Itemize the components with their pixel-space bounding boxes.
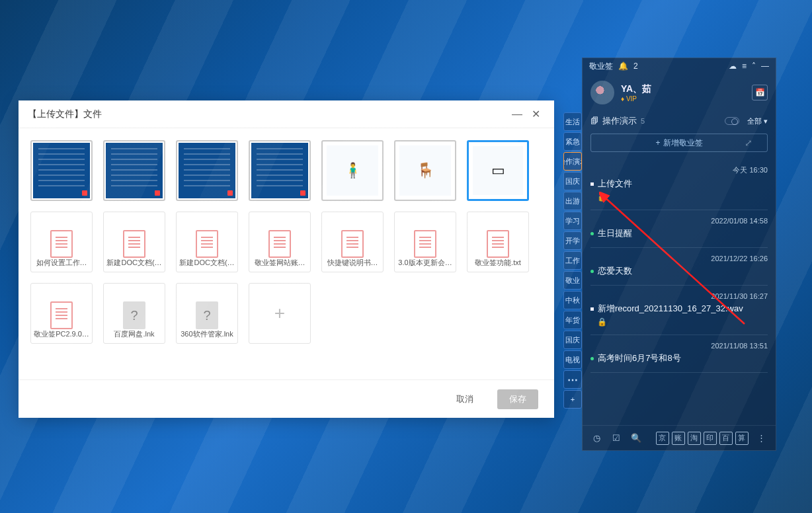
- username: YA、茹: [621, 83, 651, 95]
- category-tag[interactable]: 生活: [563, 112, 582, 131]
- add-note-label: 新增敬业签: [663, 138, 703, 149]
- plus-icon: +: [655, 138, 660, 147]
- file-label: 新建DOC文档(…: [179, 258, 235, 268]
- file-tile[interactable]: 敬业签网站账…: [249, 212, 311, 272]
- footer-shortcut[interactable]: 账: [672, 432, 685, 445]
- view-toggle[interactable]: [725, 117, 739, 125]
- note-title: 恋爱天数: [598, 265, 632, 277]
- footer-shortcut[interactable]: 京: [656, 432, 669, 445]
- save-button[interactable]: 保存: [497, 389, 538, 409]
- tag-add[interactable]: +: [563, 390, 582, 409]
- avatar[interactable]: [590, 81, 614, 104]
- section-count: 5: [641, 117, 645, 125]
- dialog-title: 【上传文件】文件: [28, 108, 508, 120]
- footer-shortcut[interactable]: 印: [704, 432, 717, 445]
- panel-user: YA、茹 ♦ VIP 📅: [583, 74, 776, 111]
- note-timestamp: 2021/11/30 16:27: [590, 292, 768, 300]
- note-timestamp: 2021/11/08 13:51: [590, 342, 768, 350]
- menu-icon[interactable]: ≡: [742, 61, 747, 71]
- category-tag[interactable]: 敬业: [563, 271, 582, 290]
- section-title: 操作演示: [602, 115, 637, 127]
- dialog-body: 🧍‍♂️🪑▭如何设置工作…新建DOC文档(…新建DOC文档(…敬业签网站账…快捷…: [19, 128, 554, 379]
- image-tile[interactable]: ▭: [467, 140, 529, 201]
- file-label: 3.0版本更新会…: [397, 258, 453, 268]
- cancel-button[interactable]: 取消: [444, 389, 485, 409]
- category-tag[interactable]: 操作演示: [563, 152, 582, 171]
- note-item[interactable]: 2022/01/08 14:58生日提醒: [590, 210, 768, 248]
- file-tile[interactable]: 新建DOC文档(…: [103, 212, 165, 272]
- category-tag[interactable]: 国庆: [563, 172, 582, 190]
- status-dot: [590, 357, 594, 360]
- category-tag[interactable]: 年货: [563, 311, 582, 329]
- panel-titlebar: 敬业签 🔔 2 ☁ ≡ ˄ —: [583, 58, 776, 74]
- search-icon[interactable]: 🔍: [629, 432, 643, 445]
- minimize-icon[interactable]: —: [508, 105, 526, 124]
- category-tag[interactable]: 国庆: [563, 331, 582, 349]
- add-note-box[interactable]: + 新增敬业签 ⤢: [590, 134, 768, 152]
- category-tag[interactable]: 工作: [563, 251, 582, 270]
- footer-shortcut[interactable]: 百: [719, 432, 733, 445]
- category-tag[interactable]: 电视: [563, 350, 582, 369]
- more-icon[interactable]: ⋮: [755, 432, 768, 445]
- status-dot: [590, 232, 594, 235]
- image-tile[interactable]: [30, 140, 93, 201]
- footer-shortcut[interactable]: 淘: [688, 432, 701, 445]
- notif-count: 2: [633, 61, 638, 71]
- minimize-panel-icon[interactable]: —: [761, 61, 769, 71]
- file-label: 敬业签网站账…: [252, 258, 307, 268]
- app-name: 敬业签: [589, 61, 613, 72]
- category-tag[interactable]: 紧急: [563, 132, 582, 151]
- file-tile[interactable]: 快捷键说明书…: [321, 212, 384, 272]
- status-dot: [590, 182, 594, 186]
- note-item[interactable]: 2021/11/30 16:27新增record_20211130_16_27_…: [590, 286, 768, 335]
- file-label: 敬业签功能.txt: [470, 258, 526, 268]
- category-tag[interactable]: 出游: [563, 192, 582, 210]
- tag-more[interactable]: ⋯: [563, 370, 582, 389]
- vip-badge: ♦ VIP: [621, 95, 651, 102]
- image-tile[interactable]: [176, 140, 238, 201]
- file-tile[interactable]: 如何设置工作…: [30, 212, 93, 272]
- notes-list: 今天 16:30上传文件🔒2022/01/08 14:58生日提醒2021/12…: [583, 155, 776, 377]
- footer-shortcut[interactable]: 算: [735, 432, 749, 445]
- list-icon: 🗐: [590, 116, 598, 126]
- image-tile[interactable]: 🧍‍♂️: [321, 140, 384, 201]
- dialog-footer: 取消 保存: [19, 379, 554, 418]
- file-label: 快捷键说明书…: [325, 258, 380, 268]
- file-tile[interactable]: 敬业签PC2.9.0…: [30, 283, 93, 344]
- note-title: 上传文件: [598, 178, 632, 190]
- section-header: 🗐 操作演示 5 全部 ▾: [583, 111, 776, 131]
- category-tag[interactable]: 学习: [563, 212, 582, 230]
- lock-icon: 🔒: [597, 317, 768, 327]
- note-item[interactable]: 2021/11/08 13:51高考时间6月7号和8号: [590, 335, 768, 373]
- file-tile[interactable]: 3.0版本更新会…: [394, 212, 456, 272]
- file-tile[interactable]: ?百度网盘.lnk: [103, 283, 165, 344]
- image-tile[interactable]: [103, 140, 165, 201]
- check-icon[interactable]: ☑: [610, 432, 624, 445]
- file-label: 敬业签PC2.9.0…: [34, 329, 89, 339]
- dialog-header: 【上传文件】文件 — ✕: [19, 100, 554, 128]
- image-tile[interactable]: [249, 140, 311, 201]
- notes-panel: 敬业签 🔔 2 ☁ ≡ ˄ — YA、茹 ♦ VIP 📅 🗐 操作演示 5 全部…: [582, 58, 776, 451]
- collapse-icon[interactable]: ˄: [752, 61, 756, 71]
- category-tag[interactable]: 中秋: [563, 291, 582, 309]
- file-label: 如何设置工作…: [34, 258, 89, 268]
- add-file-tile[interactable]: +: [249, 283, 311, 344]
- clock-icon[interactable]: ◷: [590, 432, 604, 445]
- note-timestamp: 2021/12/22 16:26: [590, 255, 768, 262]
- cloud-icon[interactable]: ☁: [729, 61, 737, 71]
- filter-dropdown[interactable]: 全部 ▾: [747, 116, 768, 126]
- note-item[interactable]: 2021/12/22 16:26恋爱天数: [590, 248, 768, 286]
- bell-icon[interactable]: 🔔: [618, 61, 628, 71]
- image-tile[interactable]: 🪑: [394, 140, 456, 201]
- panel-footer: ◷ ☑ 🔍 京账淘印百算 ⋮: [583, 425, 776, 450]
- category-tag[interactable]: 开学: [563, 231, 582, 250]
- close-icon[interactable]: ✕: [526, 105, 545, 124]
- note-item[interactable]: 今天 16:30上传文件🔒: [590, 159, 768, 210]
- file-tile[interactable]: ?360软件管家.lnk: [176, 283, 238, 344]
- lock-icon: 🔒: [597, 192, 768, 202]
- file-tile[interactable]: 新建DOC文档(…: [176, 212, 238, 272]
- calendar-icon[interactable]: 📅: [752, 85, 768, 100]
- expand-icon[interactable]: ⤢: [745, 138, 752, 148]
- file-label: 新建DOC文档(…: [106, 258, 162, 268]
- file-tile[interactable]: 敬业签功能.txt: [467, 212, 529, 272]
